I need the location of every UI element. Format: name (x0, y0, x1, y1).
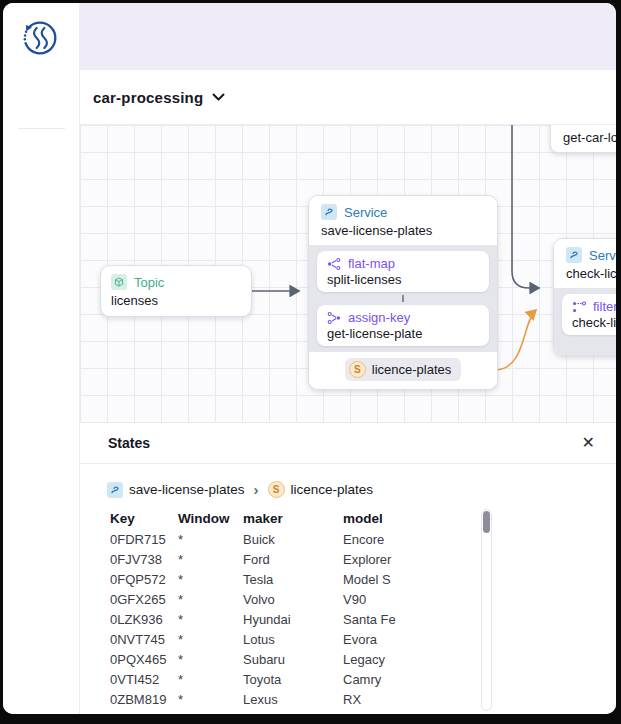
cell-key: 0FJV738 (110, 552, 178, 567)
waves-circle-logo-icon (17, 15, 63, 61)
flat-map-icon (327, 257, 341, 271)
topic-name: licenses (111, 293, 241, 308)
table-row: 0GFX265 * Volvo V90 (80, 589, 616, 609)
service-name: save-license-plates (321, 223, 485, 238)
cell-model: Model S (343, 572, 616, 587)
cell-model: Forester (343, 712, 616, 715)
cell-maker: Lexus (243, 692, 343, 707)
breadcrumb-state[interactable]: S licence-plates (268, 481, 374, 498)
cell-model: Evora (343, 632, 616, 647)
filter-map-icon (572, 300, 586, 314)
service-node-save-license-plates[interactable]: Service save-license-plates flat-map (308, 195, 498, 390)
table-scrollbar-track[interactable] (481, 509, 492, 711)
cell-key: 0FDR715 (110, 532, 178, 547)
edge-state-to-filter (497, 310, 536, 370)
sidebar (3, 3, 80, 714)
states-panel: States ✕ save-license-plates › S licence… (80, 422, 616, 714)
cell-window: * (178, 552, 243, 567)
table-row: 0VTI452 * Toyota Camry (80, 669, 616, 689)
cell-window: * (178, 672, 243, 687)
operator-connector (402, 295, 404, 302)
states-panel-title: States (108, 435, 150, 451)
cell-model: Explorer (343, 552, 616, 567)
table-row: 0NVT745 * Lotus Evora (80, 629, 616, 649)
cell-maker: Tesla (243, 572, 343, 587)
table-row: 0LZK936 * Hyundai Santa Fe (80, 609, 616, 629)
node-get-car-location-partial[interactable]: get-car-lo (550, 125, 616, 153)
cell-key: 0ZBM819 (110, 692, 178, 707)
column-header-maker: maker (243, 511, 343, 526)
cell-window: * (178, 652, 243, 667)
breadcrumb: save-license-plates › S licence-plates (80, 464, 616, 500)
cell-maker: Lotus (243, 632, 343, 647)
topic-cube-icon (111, 274, 127, 290)
column-header-key: Key (110, 511, 178, 526)
cell-model: RX (343, 692, 616, 707)
cell-window: * (178, 712, 243, 715)
cell-maker: Hyundai (243, 612, 343, 627)
cell-model: V90 (343, 592, 616, 607)
table-body: 0FDR715 * Buick Encore 0FJV738 * Ford Ex… (80, 529, 616, 714)
cell-key: 0NVT745 (110, 632, 178, 647)
topic-node-licenses[interactable]: Topic licenses (100, 265, 252, 317)
cell-window: * (178, 572, 243, 587)
table-row: 0FQP572 * Tesla Model S (80, 569, 616, 589)
cell-model: Santa Fe (343, 612, 616, 627)
cell-maker: Volvo (243, 592, 343, 607)
state-chip-label: licence-plates (372, 362, 452, 377)
close-icon[interactable]: ✕ (582, 435, 595, 451)
breadcrumb-service-label: save-license-plates (129, 482, 245, 497)
table-row: 0ZKL379 * Subaru Forester (80, 709, 616, 714)
table-scrollbar-thumb[interactable] (483, 511, 490, 533)
bytewax-logo[interactable] (17, 15, 63, 61)
cell-key: 0VTI452 (110, 672, 178, 687)
cell-window: * (178, 632, 243, 647)
chevron-down-icon (212, 93, 225, 101)
cell-model: Encore (343, 532, 616, 547)
breadcrumb-separator-icon: › (252, 481, 261, 498)
operator-type-label: filter-m (593, 299, 616, 314)
service-squiggle-icon (566, 247, 582, 263)
pipeline-title: car-processing (93, 89, 203, 106)
cell-maker: Subaru (243, 712, 343, 715)
cell-model: Legacy (343, 652, 616, 667)
operator-name: get-license-plate (327, 326, 479, 341)
operator-name: check-lice (572, 315, 616, 330)
cell-model: Camry (343, 672, 616, 687)
cell-key: 0ZKL379 (110, 712, 178, 715)
operator-type-label: flat-map (348, 256, 395, 271)
service-node-check-license[interactable]: Service check-licen filter-m (553, 238, 616, 356)
edge-top-to-check-service (512, 125, 539, 288)
operator-assign-key[interactable]: assign-key get-license-plate (317, 305, 489, 346)
cell-window: * (178, 532, 243, 547)
cell-maker: Subaru (243, 652, 343, 667)
breadcrumb-state-label: licence-plates (291, 482, 374, 497)
app-window: car-processing (3, 3, 616, 714)
table-row: 0FJV738 * Ford Explorer (80, 549, 616, 569)
operator-filter-map[interactable]: filter-m check-lice (562, 294, 616, 335)
operator-name: split-licenses (327, 272, 479, 287)
cell-window: * (178, 612, 243, 627)
pipeline-selector[interactable]: car-processing (93, 89, 225, 106)
cell-window: * (178, 692, 243, 707)
cell-key: 0PQX465 (110, 652, 178, 667)
service-type-label: Service (589, 248, 616, 263)
cell-maker: Ford (243, 552, 343, 567)
state-chip-licence-plates[interactable]: S licence-plates (345, 358, 462, 381)
cell-window: * (178, 592, 243, 607)
service-name: check-licen (566, 266, 616, 281)
state-badge-icon: S (268, 481, 285, 498)
breadcrumb-service[interactable]: save-license-plates (107, 482, 245, 498)
cell-maker: Buick (243, 532, 343, 547)
cell-key: 0FQP572 (110, 572, 178, 587)
state-badge-icon: S (349, 361, 366, 378)
operator-flat-map[interactable]: flat-map split-licenses (317, 251, 489, 292)
states-table: Key Window maker model 0FDR715 * Buick E… (80, 507, 616, 714)
pipeline-canvas[interactable]: Topic licenses Service save-license-plat… (80, 125, 616, 422)
table-row: 0FDR715 * Buick Encore (80, 529, 616, 549)
pipeline-bar: car-processing (80, 70, 616, 125)
table-row: 0PQX465 * Subaru Legacy (80, 649, 616, 669)
top-banner (80, 3, 616, 70)
operators-section: flat-map split-licenses assign-key (309, 245, 497, 352)
sidebar-divider (18, 128, 65, 129)
